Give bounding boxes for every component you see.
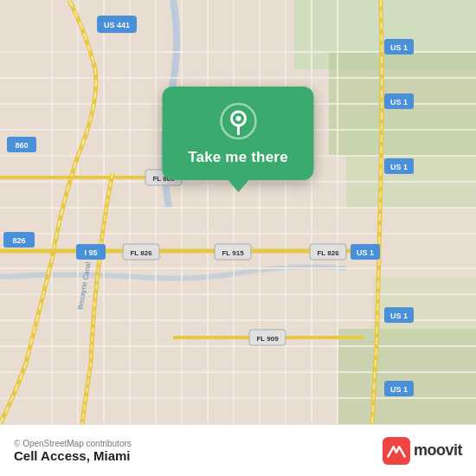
moovit-text: moovit: [414, 441, 462, 460]
svg-text:US 1: US 1: [390, 312, 408, 320]
svg-text:US 1: US 1: [357, 248, 374, 257]
svg-text:FL 915: FL 915: [222, 249, 244, 257]
svg-text:I 95: I 95: [84, 248, 97, 257]
svg-text:FL 826: FL 826: [317, 249, 339, 257]
svg-text:826: 826: [12, 236, 25, 245]
map-attribution: © OpenStreetMap contributors: [14, 439, 132, 448]
moovit-logo: moovit: [383, 437, 462, 465]
location-name: Cell Access, Miami: [14, 448, 132, 463]
popup-card[interactable]: Take me there: [163, 87, 314, 180]
popup-label: Take me there: [188, 149, 288, 166]
svg-text:FL 826: FL 826: [130, 249, 152, 257]
map-container: US 441 US 1 US 1 US 1 US 1 US 1 US 1 860…: [0, 0, 476, 424]
svg-text:FL 909: FL 909: [256, 335, 279, 343]
svg-rect-5: [338, 329, 476, 424]
svg-point-70: [235, 116, 241, 121]
map-svg: US 441 US 1 US 1 US 1 US 1 US 1 US 1 860…: [0, 0, 476, 424]
location-pin-icon: [219, 102, 257, 140]
moovit-logo-icon: [383, 437, 410, 465]
svg-text:US 1: US 1: [390, 163, 408, 171]
bottom-left-info: © OpenStreetMap contributors Cell Access…: [14, 439, 132, 463]
svg-text:US 1: US 1: [390, 98, 408, 106]
svg-text:860: 860: [15, 141, 28, 150]
svg-text:US 1: US 1: [390, 43, 408, 52]
svg-text:US 1: US 1: [390, 385, 408, 394]
svg-text:US 441: US 441: [104, 21, 130, 29]
bottom-bar: © OpenStreetMap contributors Cell Access…: [0, 424, 476, 476]
